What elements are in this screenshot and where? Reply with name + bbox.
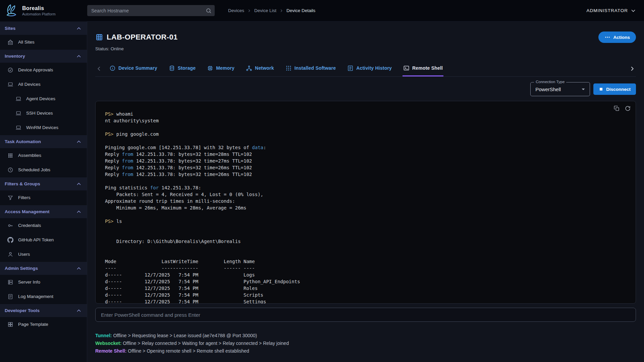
connection-type-select[interactable]: Connection Type PowerShell — [530, 82, 590, 96]
sidebar-item-label: Page Template — [18, 322, 48, 327]
search-input[interactable] — [87, 8, 215, 13]
status-text: Offline > Requesting lease > Lease issue… — [112, 333, 257, 338]
chevron-up-icon — [75, 307, 82, 314]
breadcrumb-devices[interactable]: Devices — [228, 8, 244, 13]
chevron-right-icon[interactable] — [629, 65, 636, 72]
sidebar-item-filters[interactable]: Filters — [0, 190, 87, 205]
laptop-icon — [15, 125, 21, 131]
sidebar-section-admin-settings[interactable]: Admin Settings — [0, 261, 87, 275]
history-icon — [347, 65, 354, 71]
server-icon — [7, 279, 13, 285]
sidebar-item-label: Scheduled Jobs — [18, 167, 50, 172]
tab-installed-software[interactable]: Installed Software — [285, 61, 336, 76]
sidebar-item-all-devices[interactable]: All Devices — [0, 77, 87, 92]
tab-activity-history[interactable]: Activity History — [346, 61, 392, 76]
sidebar-item-ssh-devices[interactable]: SSH Devices — [0, 106, 87, 120]
sidebar-item-label: WinRM Devices — [26, 125, 58, 130]
sidebar-item-label: All Sites — [18, 40, 35, 45]
section-label: Task Automation — [5, 139, 41, 144]
stop-icon — [599, 87, 603, 92]
section-label: Inventory — [5, 54, 25, 59]
terminal-line: Minimum = 26ms, Maximum = 28ms, Average … — [105, 204, 626, 211]
network-icon — [246, 65, 252, 71]
tab-memory[interactable]: Memory — [206, 61, 235, 76]
tab-bar: Device SummaryStorageMemoryNetworkInstal… — [95, 61, 636, 77]
sidebar-item-users[interactable]: Users — [0, 247, 87, 261]
page-title: LAB-OPERATOR-01 — [107, 33, 177, 42]
sidebar-section-filters-groups[interactable]: Filters & Groups — [0, 177, 87, 190]
filter-icon — [7, 195, 13, 201]
connection-type-value: PowerShell — [535, 86, 561, 92]
chevron-up-icon — [75, 53, 82, 60]
sidebar-item-scheduled-jobs[interactable]: Scheduled Jobs — [0, 163, 87, 177]
disconnect-button[interactable]: Disconnect — [593, 83, 636, 95]
device-title-wrap: LAB-OPERATOR-01 — [95, 33, 177, 42]
terminal-line: d----- 12/7/2025 7:54 PM Python_API_Endp… — [105, 278, 626, 285]
section-label: Developer Tools — [5, 308, 40, 313]
tab-remote-shell[interactable]: Remote Shell — [402, 61, 443, 76]
check-circle-icon — [7, 67, 13, 73]
tab-network[interactable]: Network — [245, 61, 275, 76]
command-input[interactable] — [95, 308, 636, 322]
breadcrumb-device-list[interactable]: Device List — [254, 8, 276, 13]
sidebar-item-credentials[interactable]: Credentials — [0, 218, 87, 233]
terminal-line: Approximate round trip times in milli-se… — [105, 198, 626, 204]
terminal-line: Packets: Sent = 4, Received = 4, Lost = … — [105, 191, 626, 198]
breadcrumb: DevicesDevice ListDevice Details — [228, 8, 315, 13]
terminal-line — [105, 211, 626, 218]
refresh-icon[interactable] — [625, 105, 631, 112]
brand: Borealis Automation Platform — [0, 3, 87, 18]
sidebar-item-server-info[interactable]: Server Info — [0, 275, 87, 289]
laptop-icon — [7, 81, 13, 87]
sidebar-item-github-api-token[interactable]: GitHub API Token — [0, 233, 87, 247]
terminal-line: Directory: D:\Github\Borealis\Agent\Bore… — [105, 238, 626, 245]
sidebar-item-device-approvals[interactable]: Device Approvals — [0, 63, 87, 77]
laptop-icon — [15, 110, 21, 116]
terminal-line: nt authority\system — [105, 117, 626, 124]
dropdown-caret-icon — [580, 85, 587, 93]
sidebar: SitesAll SitesInventoryDevice ApprovalsA… — [0, 21, 87, 362]
sidebar-item-all-sites[interactable]: All Sites — [0, 35, 87, 49]
sidebar-section-access-management[interactable]: Access Management — [0, 205, 87, 218]
memory-icon — [207, 65, 213, 71]
sidebar-item-page-template[interactable]: Page Template — [0, 317, 87, 331]
connection-type-label: Connection Type — [534, 80, 566, 84]
terminal-toolbar — [613, 105, 631, 112]
copy-icon[interactable] — [613, 105, 620, 112]
sidebar-section-inventory[interactable]: Inventory — [0, 49, 87, 63]
sidebar-section-developer-tools[interactable]: Developer Tools — [0, 304, 87, 317]
hostname-searchbox[interactable] — [87, 5, 215, 16]
sidebar-item-assemblies[interactable]: Assemblies — [0, 148, 87, 163]
sidebar-section-task-automation[interactable]: Task Automation — [0, 135, 87, 148]
sidebar-item-winrm-devices[interactable]: WinRM Devices — [0, 120, 87, 135]
sidebar-item-agent-devices[interactable]: Agent Devices — [0, 92, 87, 106]
sidebar-item-log-management[interactable]: Log Management — [0, 289, 87, 304]
chevron-left-icon[interactable] — [95, 65, 103, 72]
terminal-line: Reply from 142.251.33.78: bytes=32 time=… — [105, 151, 626, 158]
terminal[interactable]: PS> whoamint authority\system PS> ping g… — [95, 101, 636, 304]
user-label: ADMINISTRATOR — [586, 8, 628, 13]
device-grid-icon — [95, 33, 103, 41]
tab-device-summary[interactable]: Device Summary — [109, 61, 158, 76]
terminal-output: PS> whoamint authority\system PS> ping g… — [105, 111, 626, 304]
terminal-line: PS> ping google.com — [105, 131, 626, 137]
breadcrumb-device-details[interactable]: Device Details — [286, 8, 315, 13]
sidebar-section-sites[interactable]: Sites — [0, 21, 87, 35]
terminal-line — [105, 178, 626, 184]
sidebar-item-label: Device Approvals — [18, 67, 53, 72]
terminal-line: ---- ------------- ------ ---- — [105, 265, 626, 272]
tab-storage[interactable]: Storage — [168, 61, 197, 76]
status-text: Offline > Relay connected > Waiting for … — [121, 341, 289, 346]
connection-status-block: Tunnel: Offline > Requesting lease > Lea… — [95, 332, 636, 355]
terminal-line — [105, 245, 626, 251]
status-line-tunnel: Tunnel: Offline > Requesting lease > Lea… — [95, 332, 636, 340]
laptop-icon — [15, 96, 21, 102]
status-text: Offline > Opening remote shell > Remote … — [126, 348, 249, 354]
terminal-line: PS> ls — [105, 218, 626, 225]
sidebar-item-label: Agent Devices — [26, 96, 55, 101]
terminal-line — [105, 124, 626, 131]
actions-button[interactable]: Actions — [598, 32, 636, 43]
tab-label: Installed Software — [294, 65, 336, 71]
section-label: Admin Settings — [5, 266, 38, 271]
user-menu[interactable]: ADMINISTRATOR — [586, 7, 644, 14]
